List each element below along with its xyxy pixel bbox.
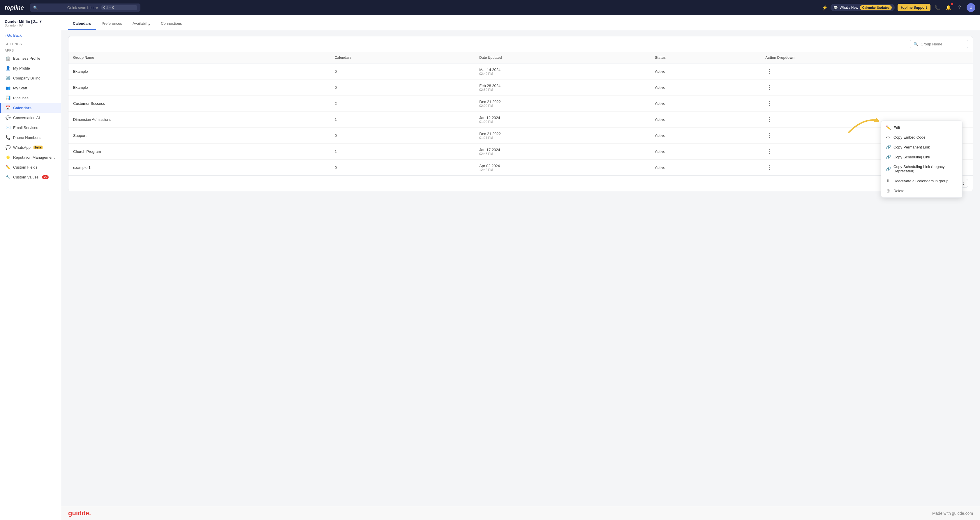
sidebar-item-label: My Staff bbox=[13, 86, 27, 90]
phone-icon[interactable]: 📞 bbox=[933, 3, 942, 12]
sidebar: Dunder Mifflin [D... ▾ Scranton, PA ‹ Go… bbox=[0, 15, 61, 520]
cell-calendars: 0 bbox=[330, 127, 475, 144]
menu-item-copy-embed[interactable]: <> Copy Embed Code bbox=[881, 133, 962, 142]
phone-numbers-icon: 📞 bbox=[6, 135, 10, 140]
delete-icon: 🗑 bbox=[886, 189, 891, 193]
cell-group-name: Support bbox=[68, 127, 330, 144]
support-button[interactable]: topline Support bbox=[897, 4, 931, 11]
action-dots-button-0[interactable]: ⋮ bbox=[765, 67, 774, 76]
table-row: Example 0 Feb 28 202402:30 PM Active ⋮ bbox=[68, 79, 973, 95]
search-placeholder-text: Quick search here bbox=[67, 6, 99, 10]
cell-status: Active bbox=[650, 127, 760, 144]
sidebar-item-email-services[interactable]: ✉️ Email Services bbox=[0, 122, 61, 133]
company-name[interactable]: Dunder Mifflin [D... ▾ bbox=[5, 19, 56, 24]
sidebar-item-business-profile[interactable]: 🏢 Business Profile bbox=[0, 53, 61, 63]
calendars-icon: 📅 bbox=[6, 105, 10, 110]
menu-item-copy-permanent[interactable]: 🔗 Copy Permanent Link bbox=[881, 142, 962, 152]
deactivate-icon: ⏸ bbox=[886, 179, 891, 183]
tab-calendars[interactable]: Calendars bbox=[68, 18, 96, 30]
sidebar-item-whatsapp[interactable]: 💬 WhatsApp beta bbox=[0, 143, 61, 152]
table-toolbar: 🔍 Group Name bbox=[68, 36, 973, 52]
billing-icon: ⚙️ bbox=[6, 76, 10, 80]
tab-preferences[interactable]: Preferences bbox=[97, 18, 127, 30]
calendar-updates-badge: Calendar Updates bbox=[860, 5, 892, 10]
menu-item-label: Deactivate all calendars in group bbox=[894, 179, 948, 183]
go-back-link[interactable]: ‹ Go Back bbox=[0, 30, 61, 40]
reputation-icon: ⭐ bbox=[6, 155, 10, 160]
group-name-search[interactable]: 🔍 Group Name bbox=[910, 40, 968, 48]
sidebar-item-label: Reputation Management bbox=[13, 155, 54, 160]
main-layout: Dunder Mifflin [D... ▾ Scranton, PA ‹ Go… bbox=[0, 15, 980, 520]
sidebar-item-label: Phone Numbers bbox=[13, 135, 40, 140]
sidebar-item-label: WhatsApp bbox=[13, 145, 30, 150]
custom-fields-icon: ✏️ bbox=[6, 165, 10, 170]
cell-group-name: example 1 bbox=[68, 160, 330, 176]
cell-action: ⋮ bbox=[760, 79, 973, 95]
help-icon[interactable]: ? bbox=[956, 3, 964, 12]
cell-calendars: 0 bbox=[330, 79, 475, 95]
sidebar-item-pipelines[interactable]: 📊 Pipelines bbox=[0, 93, 61, 103]
menu-item-deactivate[interactable]: ⏸ Deactivate all calendars in group bbox=[881, 176, 962, 186]
sidebar-item-label: Custom Values bbox=[13, 175, 38, 179]
cell-group-name: Example bbox=[68, 79, 330, 95]
settings-section-title: Settings bbox=[0, 40, 61, 47]
sidebar-item-custom-values[interactable]: 🔧 Custom Values 25 bbox=[0, 172, 61, 182]
action-dots-button-1[interactable]: ⋮ bbox=[765, 83, 774, 92]
notifications-icon[interactable]: 🔔 bbox=[945, 3, 953, 12]
cell-date: Dec 21 202202:00 PM bbox=[474, 95, 650, 111]
sidebar-item-label: Conversation AI bbox=[13, 116, 40, 120]
table-row: example 1 0 Apr 02 202412:42 PM Active ⋮ bbox=[68, 160, 973, 176]
sidebar-item-phone-numbers[interactable]: 📞 Phone Numbers bbox=[0, 133, 61, 143]
cell-action: ⋮ bbox=[760, 95, 973, 111]
custom-values-icon: 🔧 bbox=[6, 175, 10, 179]
sidebar-item-label: Company Billing bbox=[13, 76, 40, 80]
action-dots-button-3[interactable]: ⋮ bbox=[765, 115, 774, 124]
col-calendars: Calendars bbox=[330, 52, 475, 63]
menu-item-label: Copy Scheduling Link (Legacy Deprecated) bbox=[894, 165, 958, 173]
whats-new-button[interactable]: 💬 What's New Calendar Updates bbox=[830, 4, 895, 11]
sidebar-item-conversation-ai[interactable]: 💬 Conversation AI bbox=[0, 113, 61, 122]
cell-status: Active bbox=[650, 79, 760, 95]
made-with-label: Made with guidde.com bbox=[932, 511, 973, 516]
sidebar-item-reputation[interactable]: ⭐ Reputation Management bbox=[0, 152, 61, 162]
cell-date: Feb 28 202402:30 PM bbox=[474, 79, 650, 95]
cell-status: Active bbox=[650, 144, 760, 160]
sidebar-item-company-billing[interactable]: ⚙️ Company Billing bbox=[0, 73, 61, 83]
sidebar-item-my-profile[interactable]: 👤 My Profile bbox=[0, 63, 61, 73]
sidebar-item-calendars[interactable]: 📅 Calendars bbox=[0, 103, 61, 113]
search-bar[interactable]: 🔍 Quick search here Ctrl + K bbox=[30, 3, 140, 12]
whatsapp-icon: 💬 bbox=[6, 145, 10, 150]
avatar[interactable]: U bbox=[967, 3, 975, 12]
menu-item-copy-legacy[interactable]: 🔗 Copy Scheduling Link (Legacy Deprecate… bbox=[881, 162, 962, 176]
table-row: Support 0 Dec 21 202201:27 PM Active ⋮ bbox=[68, 127, 973, 144]
cell-calendars: 1 bbox=[330, 111, 475, 127]
tab-connections[interactable]: Connections bbox=[156, 18, 186, 30]
sidebar-item-my-staff[interactable]: 👥 My Staff bbox=[0, 83, 61, 93]
menu-item-edit[interactable]: ✏️ Edit bbox=[881, 122, 962, 133]
menu-item-copy-scheduling[interactable]: 🔗 Copy Scheduling Link bbox=[881, 152, 962, 162]
guidde-logo: guidde. bbox=[68, 509, 91, 517]
action-dots-button-5[interactable]: ⋮ bbox=[765, 147, 774, 156]
sidebar-header: Dunder Mifflin [D... ▾ Scranton, PA bbox=[0, 15, 61, 30]
pagination: Previous 1 Next bbox=[68, 175, 973, 191]
menu-item-label: Copy Embed Code bbox=[894, 135, 926, 140]
chat-icon: 💬 bbox=[834, 6, 838, 10]
search-input-placeholder: Group Name bbox=[921, 42, 942, 46]
whats-new-label: What's New bbox=[840, 6, 858, 10]
sidebar-item-label: Calendars bbox=[13, 106, 32, 110]
cell-group-name: Customer Success bbox=[68, 95, 330, 111]
search-icon: 🔍 bbox=[913, 42, 918, 46]
action-context-menu: ✏️ Edit <> Copy Embed Code 🔗 Copy Perman… bbox=[881, 120, 963, 198]
menu-item-label: Delete bbox=[894, 189, 905, 193]
col-date-updated: Date Updated bbox=[474, 52, 650, 63]
cell-group-name: Church Program bbox=[68, 144, 330, 160]
cell-date: Dec 21 202201:27 PM bbox=[474, 127, 650, 144]
action-dots-button-4[interactable]: ⋮ bbox=[765, 131, 774, 140]
menu-item-delete[interactable]: 🗑 Delete bbox=[881, 186, 962, 196]
action-dots-button-6[interactable]: ⋮ bbox=[765, 163, 774, 172]
sidebar-item-custom-fields[interactable]: ✏️ Custom Fields bbox=[0, 162, 61, 172]
table-row: Customer Success 2 Dec 21 202202:00 PM A… bbox=[68, 95, 973, 111]
action-dots-button-2[interactable]: ⋮ bbox=[765, 99, 774, 108]
tab-availability[interactable]: Availability bbox=[128, 18, 155, 30]
menu-item-label: Copy Permanent Link bbox=[894, 145, 930, 149]
